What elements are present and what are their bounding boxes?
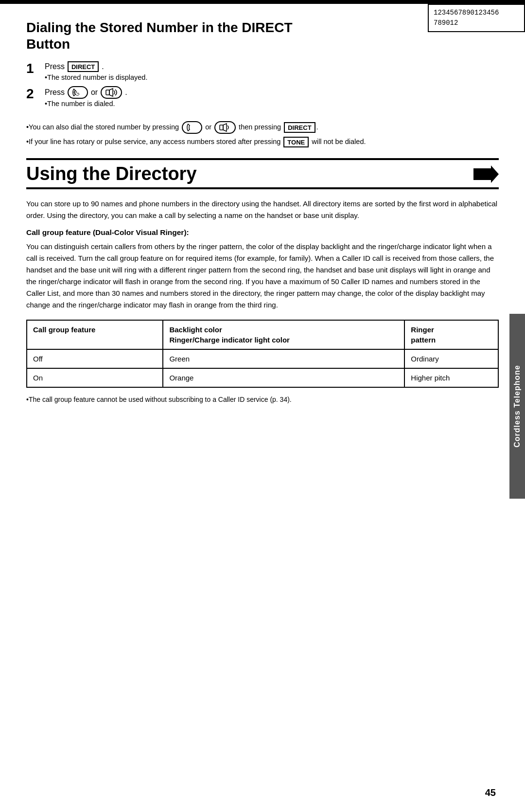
- step1-row: 1 Press DIRECT. •The stored number is di…: [26, 61, 392, 81]
- table-body: Off Green Ordinary On Orange Higher pitc…: [27, 349, 498, 387]
- main-content: Dialing the Stored Number in the DIRECT …: [0, 4, 525, 420]
- svg-marker-1: [109, 89, 113, 96]
- steps-left: 1 Press DIRECT. •The stored number is di…: [26, 61, 392, 112]
- table-header-row: Call group feature Backlight colorRinger…: [27, 320, 498, 349]
- tone-key: TONE: [283, 137, 309, 147]
- page-container: Cordless Telephone Dialing the Stored Nu…: [0, 0, 525, 812]
- section2-subheading: Call group feature (Dual-Color Visual Ri…: [26, 228, 499, 237]
- handset-icon-note1: [182, 121, 202, 134]
- step1-line: Press DIRECT.: [45, 61, 392, 72]
- feature-table: Call group feature Backlight colorRinger…: [26, 320, 499, 388]
- section2-intro: You can store up to 90 names and phone n…: [26, 198, 499, 221]
- step2-sub: •The number is dialed.: [45, 100, 392, 108]
- step2-line: Press or: [45, 86, 392, 99]
- display-line2: 789012: [434, 18, 519, 28]
- svg-rect-0: [106, 90, 109, 95]
- table-header-col3: Ringerpattern: [404, 320, 498, 349]
- direct-key-note1: DIRECT: [284, 122, 315, 133]
- svg-marker-3: [223, 124, 227, 131]
- step2-row: 2 Press or: [26, 86, 392, 108]
- table-row: Off Green Ordinary: [27, 349, 498, 368]
- table-header-col2: Backlight colorRinger/Charge indicator l…: [163, 320, 404, 349]
- step1-number: 1: [26, 61, 45, 75]
- section2-header: Using the Directory: [26, 160, 499, 187]
- sidebar-label: Cordless Telephone: [509, 314, 525, 499]
- bottom-note: •The call group feature cannot be used w…: [26, 395, 499, 405]
- section2-divider: [26, 187, 499, 189]
- section1-notes: •You can also dial the stored number by …: [26, 121, 499, 147]
- top-border: [0, 0, 525, 4]
- svg-marker-4: [473, 165, 499, 183]
- page-number: 45: [485, 787, 496, 798]
- speaker-icon-step2: [101, 86, 122, 99]
- table-head: Call group feature Backlight colorRinger…: [27, 320, 498, 349]
- table-cell-green: Green: [163, 349, 404, 368]
- speaker-icon-note1: [214, 121, 236, 134]
- section2-body: You can distinguish certain callers from…: [26, 241, 499, 311]
- display-box: 1234567890123456 789012: [428, 4, 525, 32]
- display-line1: 1234567890123456: [434, 8, 519, 18]
- table-cell-orange: Orange: [163, 368, 404, 387]
- table-cell-off: Off: [27, 349, 163, 368]
- steps-wrapper: 1 Press DIRECT. •The stored number is di…: [26, 61, 499, 112]
- step2-content: Press or: [45, 86, 392, 108]
- step1-sub: •The stored number is displayed.: [45, 73, 392, 81]
- arrow-icon: [473, 165, 499, 183]
- table-row: On Orange Higher pitch: [27, 368, 498, 387]
- table-cell-ordinary: Ordinary: [404, 349, 498, 368]
- section2-title: Using the Directory: [26, 164, 197, 184]
- note1: •You can also dial the stored number by …: [26, 121, 499, 134]
- table-cell-higher: Higher pitch: [404, 368, 498, 387]
- table-header-col1: Call group feature: [27, 320, 163, 349]
- display-box-area: 1234567890123456 789012: [392, 61, 499, 63]
- svg-rect-2: [220, 125, 223, 130]
- direct-key-step1: DIRECT: [68, 61, 99, 72]
- table-cell-on: On: [27, 368, 163, 387]
- note2: •If your line has rotary or pulse servic…: [26, 137, 499, 147]
- handset-icon-step2: [68, 86, 88, 99]
- step1-content: Press DIRECT. •The stored number is disp…: [45, 61, 392, 81]
- step2-number: 2: [26, 86, 45, 101]
